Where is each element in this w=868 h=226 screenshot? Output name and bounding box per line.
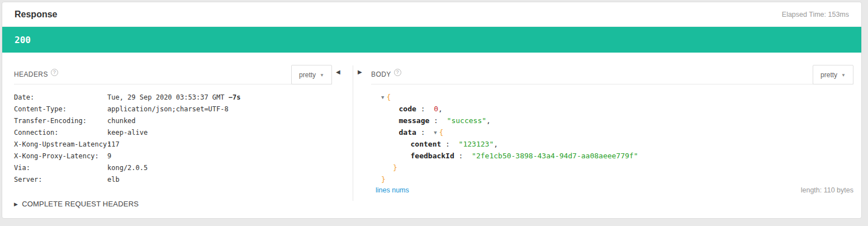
collapse-left-pane-icon[interactable]: ◀ (336, 69, 340, 75)
json-line: } (381, 162, 853, 173)
body-length: length: 110 bytes (801, 186, 853, 194)
help-icon[interactable]: ? (51, 69, 58, 76)
body-pane: BODY ? pretty ▼ ▼{code : 0,message : "su… (353, 53, 861, 219)
json-colon: : (429, 116, 447, 125)
json-colon: : (441, 140, 458, 148)
header-value: Tue, 29 Sep 2020 03:53:37 GMT (107, 93, 229, 101)
header-row: Content-Type:application/json;charset=UT… (14, 103, 353, 115)
json-number: 0 (434, 105, 438, 113)
header-value: 117 (107, 140, 120, 148)
lines-nums-link[interactable]: lines nums (376, 186, 409, 194)
header-key: Server: (14, 176, 107, 183)
json-line: data : ▼{ (381, 126, 853, 138)
json-line: message : "success", (381, 115, 853, 126)
headers-pane-head: HEADERS ? pretty ▼ (14, 65, 332, 84)
body-pane-head: BODY ? pretty ▼ (371, 65, 853, 84)
json-key: content (411, 140, 442, 148)
header-value: application/json;charset=UTF-8 (107, 105, 229, 113)
header-row: Date:Tue, 29 Sep 2020 03:53:37 GMT −7s (14, 91, 353, 103)
json-key: code (399, 105, 416, 113)
json-line: ▼{ (381, 91, 853, 103)
json-key: feedbackId (411, 152, 454, 160)
header-value: chunked (107, 117, 136, 125)
json-colon: : (416, 128, 434, 136)
json-string: "success" (447, 116, 486, 125)
json-punctuation: , (438, 105, 443, 113)
header-value: kong/2.0.5 (107, 164, 148, 172)
json-string: "123123" (459, 140, 494, 148)
header-key: Transfer-Encoding: (14, 117, 107, 125)
json-line: feedbackId : "2fe1cb50-3898-43a4-94d7-aa… (381, 150, 853, 162)
header-value: keep-alive (107, 129, 148, 136)
header-key: Date: (14, 93, 107, 101)
status-code: 200 (15, 35, 31, 45)
headers-pane-title: HEADERS (14, 70, 48, 78)
status-bar: 200 (2, 27, 861, 53)
headers-list: Date:Tue, 29 Sep 2020 03:53:37 GMT −7sCo… (14, 91, 353, 185)
collapse-toggle-icon[interactable]: ▼ (434, 130, 437, 135)
json-brace: { (439, 128, 444, 136)
json-brace: } (393, 163, 397, 172)
headers-pane: HEADERS ? pretty ▼ Date:Tue, 29 Sep 2020… (2, 53, 353, 219)
response-title: Response (15, 10, 57, 20)
header-row: Server:elb (14, 173, 353, 185)
json-colon: : (416, 105, 434, 113)
json-body-viewer: ▼{code : 0,message : "success",data : ▼{… (381, 91, 853, 185)
response-card: Response Elapsed Time: 153ms 200 HEADERS… (2, 2, 862, 219)
json-punctuation: , (486, 116, 491, 125)
collapse-toggle-icon[interactable]: ▼ (381, 95, 384, 100)
header-row: X-Kong-Upstream-Latency:117 (14, 138, 353, 150)
header-key: Connection: (14, 129, 107, 136)
expand-arrow-icon: ▶ (14, 201, 18, 207)
json-line: content : "123123", (381, 138, 853, 150)
body-pretty-dropdown[interactable]: pretty ▼ (813, 65, 853, 84)
json-line: } (381, 173, 853, 185)
pane-divider (353, 65, 353, 201)
json-brace: { (386, 93, 391, 101)
json-colon: : (454, 152, 472, 160)
json-string: "2fe1cb50-3898-43a4-94d7-aa08aeee779f" (472, 152, 638, 160)
chevron-down-icon: ▼ (841, 72, 846, 78)
response-content: HEADERS ? pretty ▼ Date:Tue, 29 Sep 2020… (2, 53, 861, 219)
json-punctuation: , (494, 140, 498, 148)
complete-request-headers-label: COMPLETE REQUEST HEADERS (22, 200, 139, 208)
header-value: elb (107, 176, 120, 183)
json-line: code : 0, (381, 103, 853, 115)
header-row: Transfer-Encoding:chunked (14, 115, 353, 126)
header-value-suffix: −7s (229, 93, 241, 101)
header-row: Via:kong/2.0.5 (14, 162, 353, 173)
header-key: X-Kong-Proxy-Latency: (14, 152, 107, 160)
collapse-right-pane-icon[interactable]: ▶ (358, 69, 362, 75)
chevron-down-icon: ▼ (320, 72, 324, 78)
json-brace: } (381, 175, 386, 183)
help-icon[interactable]: ? (394, 69, 401, 76)
body-pane-title: BODY (371, 70, 391, 78)
header-row: Connection:keep-alive (14, 126, 353, 138)
body-pretty-label: pretty (820, 71, 837, 79)
header-key: Content-Type: (14, 105, 107, 113)
json-key: data (399, 128, 416, 136)
json-key: message (399, 116, 430, 125)
header-key: X-Kong-Upstream-Latency: (14, 140, 107, 148)
header-row: X-Kong-Proxy-Latency:9 (14, 150, 353, 162)
headers-pretty-label: pretty (299, 71, 316, 79)
header-key: Via: (14, 164, 107, 172)
headers-pretty-dropdown[interactable]: pretty ▼ (291, 65, 332, 84)
elapsed-time: Elapsed Time: 153ms (782, 11, 849, 18)
response-header: Response Elapsed Time: 153ms (2, 2, 861, 27)
header-value: 9 (107, 152, 111, 160)
body-footer: lines nums length: 110 bytes (376, 186, 853, 194)
complete-request-headers-toggle[interactable]: ▶ COMPLETE REQUEST HEADERS (14, 200, 353, 208)
